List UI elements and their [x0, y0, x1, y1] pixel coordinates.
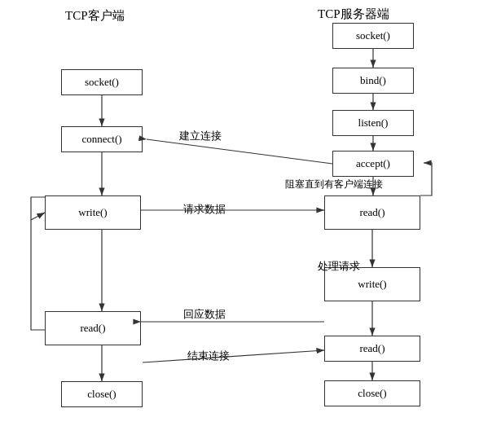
label-block: 阻塞直到有客户端连接: [285, 178, 383, 191]
svg-line-17: [31, 213, 45, 220]
svg-line-10: [147, 139, 332, 164]
server-read2-box: read(): [324, 336, 420, 362]
server-title: TCP服务器端: [318, 7, 389, 22]
server-close-box: close(): [324, 380, 420, 406]
client-write-box: write(): [45, 195, 141, 230]
tcp-diagram: TCP客户端 TCP服务器端 socket() connect() write(…: [0, 0, 501, 448]
label-process: 处理请求: [318, 259, 360, 274]
server-accept-box: accept(): [332, 151, 414, 177]
label-end: 结束连接: [187, 349, 230, 363]
server-socket-box: socket(): [332, 23, 414, 49]
client-close-box: close(): [61, 381, 143, 407]
client-read-box: read(): [45, 311, 141, 345]
label-establish: 建立连接: [179, 129, 222, 143]
server-read1-box: read(): [324, 195, 420, 230]
client-connect-box: connect(): [61, 126, 143, 152]
server-listen-box: listen(): [332, 110, 414, 136]
label-response: 回应数据: [183, 307, 226, 322]
server-bind-box: bind(): [332, 68, 414, 94]
label-request: 请求数据: [183, 202, 226, 217]
client-title: TCP客户端: [65, 8, 125, 24]
client-socket-box: socket(): [61, 69, 143, 95]
svg-line-16: [143, 350, 324, 362]
